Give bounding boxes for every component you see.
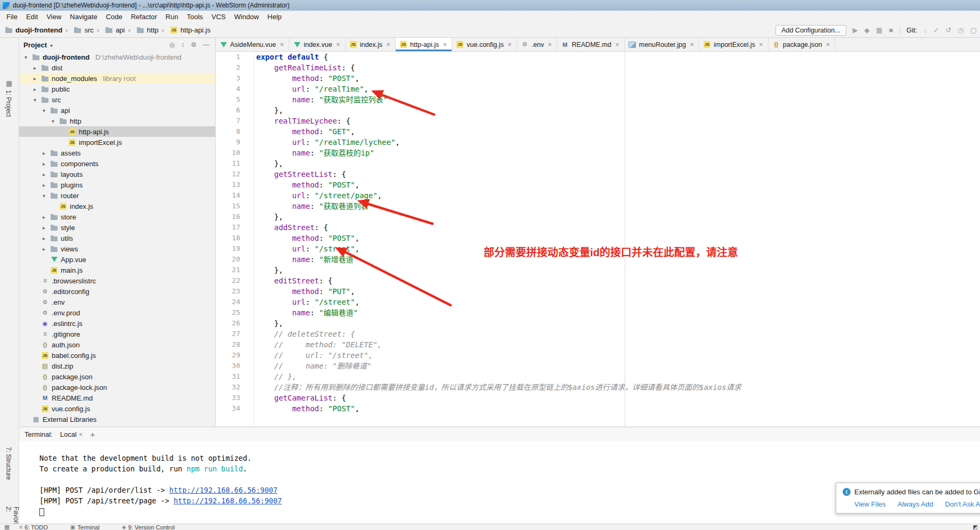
tool-window-switcher-icon[interactable]: ▦ [4,524,10,530]
tab-index.js[interactable]: index.js [346,38,396,51]
run-icon[interactable]: ▶ [853,26,858,34]
code-line[interactable]: 15 name: "获取巷道列表" [216,201,980,211]
tree-item-views[interactable]: views [19,243,215,254]
tree-item-.env[interactable]: .env [19,297,215,307]
status-item-vcs[interactable]: 9: Version Control [122,524,175,530]
collapse-chevron-icon[interactable] [40,193,47,199]
code-line[interactable]: 13 method: "POST", [216,180,980,190]
tab-menuRouter.jpg[interactable]: menuRouter.jpg [625,38,699,51]
debug-icon[interactable]: ◆ [864,26,870,34]
code-line[interactable]: 27 // deleteStreet: { [216,329,980,339]
tree-item-README.md[interactable]: README.md [19,393,215,403]
menu-item-help[interactable]: Help [263,12,286,22]
code-line[interactable]: 4 url: "/realTime", [216,84,980,94]
breadcrumb-item-http[interactable]: http [126,26,160,34]
tab-importExcel.js[interactable]: importExcel.js [699,38,769,51]
tab-package.json[interactable]: package.json [769,38,836,51]
tree-item-store[interactable]: store [19,211,215,222]
tab-index.vue[interactable]: index.vue [289,38,346,51]
add-configuration-button[interactable]: Add Configuration... [775,25,846,36]
breadcrumb-item-duoji-frontend[interactable]: duoji-frontend [3,26,64,34]
close-icon[interactable] [824,40,831,48]
tree-item-style[interactable]: style [19,222,215,233]
menu-item-navigate[interactable]: Navigate [66,12,101,22]
tree-item-package.json[interactable]: package.json [19,371,215,382]
code-line[interactable]: 11 }, [216,158,980,169]
code-line[interactable]: 32 //注释：所有用到删除的接口都需要拼接变量id，所以请求方式采用了挂载在原… [216,382,980,393]
tool-window-tab-project[interactable]: 1: Project [5,90,12,117]
expand-chevron-icon[interactable] [40,172,47,177]
git-update-icon[interactable]: ↓ [924,26,927,34]
collapse-chevron-icon[interactable] [50,118,56,124]
new-terminal-session-icon[interactable] [90,430,95,439]
close-icon[interactable] [507,40,513,48]
tree-item-.gitignore[interactable]: .gitignore [19,329,215,339]
menu-item-vcs[interactable]: VCS [207,12,230,22]
git-commit-icon[interactable]: ✓ [934,26,940,34]
tree-item-plugins[interactable]: plugins [19,180,215,190]
tree-item-layouts[interactable]: layouts [19,169,215,180]
tree-item-dist[interactable]: dist [19,62,215,73]
close-icon[interactable] [442,40,448,48]
tab-http-api.js[interactable]: http-api.js [396,38,452,51]
tab-.env[interactable]: .env [517,38,558,51]
collapse-chevron-icon[interactable] [22,54,29,60]
notification-action-don-t-ask-agai[interactable]: Don't Ask Agai [945,500,980,508]
tree-item-http-api.js[interactable]: http-api.js [19,126,215,137]
hide-panel-icon[interactable]: — [201,41,211,48]
tree-item-auth.json[interactable]: auth.json [19,339,215,350]
menu-item-code[interactable]: Code [102,12,127,22]
expand-chevron-icon[interactable] [40,182,47,188]
menu-item-edit[interactable]: Edit [22,12,42,22]
code-editor[interactable]: 1export default {2 getRealTimeList: {3 m… [216,52,980,426]
expand-chevron-icon[interactable] [31,86,38,92]
code-line[interactable]: 8 method: "GET", [216,126,980,137]
tree-item-public[interactable]: public [19,84,215,94]
chevron-down-icon[interactable] [50,41,53,49]
code-line[interactable]: 14 url: "/street/page", [216,190,980,201]
code-line[interactable]: 28 // method: "DELETE", [216,339,980,350]
code-line[interactable]: 2 getRealTimeList: { [216,62,980,73]
tab-vue.config.js[interactable]: vue.config.js [452,38,517,51]
breadcrumb-item-api[interactable]: api [95,26,127,34]
close-icon[interactable] [758,40,764,48]
tree-item-main.js[interactable]: main.js [19,265,215,275]
terminal-cursor[interactable] [39,508,44,516]
notification-action-always-add[interactable]: Always Add [897,500,933,508]
code-line[interactable]: 17 addStreet: { [216,222,980,233]
menu-item-view[interactable]: View [42,12,66,22]
code-line[interactable]: 19 url: "/street", [216,243,980,254]
code-line[interactable]: 26 }, [216,318,980,329]
close-icon[interactable] [546,40,553,48]
code-line[interactable]: 31 // }, [216,371,980,382]
tool-window-tab-structure[interactable]: 7: Structure [5,447,12,480]
tree-item-api[interactable]: api [19,105,215,116]
tree-item-dist.zip[interactable]: dist.zip [19,361,215,371]
collapse-chevron-icon[interactable] [40,108,47,113]
tree-item-External Libraries[interactable]: External Libraries [19,414,215,425]
code-line[interactable]: 30 // name: "删除巷道" [216,361,980,371]
git-rollback-icon[interactable]: ↺ [945,26,951,34]
notification-action-view-files[interactable]: View Files [854,500,886,508]
tree-item-package-lock.json[interactable]: package-lock.json [19,382,215,393]
code-line[interactable]: 12 getStreetList: { [216,169,980,180]
code-line[interactable]: 33 getCameraList: { [216,393,980,403]
terminal-link[interactable]: http://192.168.66.56:9007 [174,496,282,505]
code-line[interactable]: 7 realTimeLychee: { [216,116,980,126]
code-line[interactable]: 16 }, [216,211,980,222]
tree-item-importExcel.js[interactable]: importExcel.js [19,137,215,148]
code-line[interactable]: 25 name: "编辑巷道" [216,307,980,318]
tree-item-babel.config.js[interactable]: babel.config.js [19,350,215,361]
expand-chevron-icon[interactable] [40,161,47,167]
code-line[interactable]: 29 // url: "/street", [216,350,980,361]
tab-AsideMenu.vue[interactable]: AsideMenu.vue [216,38,289,51]
close-icon[interactable] [79,430,83,438]
code-line[interactable]: 9 url: "/realTime/lychee", [216,137,980,148]
tree-item-duoji-frontend[interactable]: duoji-frontendD:\zheheWeb\duoji-frontend [19,52,215,62]
collapse-all-icon[interactable]: ↕ [179,41,186,48]
status-item-terminal[interactable]: Terminal [70,524,100,530]
menu-item-run[interactable]: Run [161,12,183,22]
tree-item-assets[interactable]: assets [19,148,215,158]
breadcrumb-item-http-api.js[interactable]: http-api.js [160,26,213,34]
close-icon[interactable] [385,40,391,48]
